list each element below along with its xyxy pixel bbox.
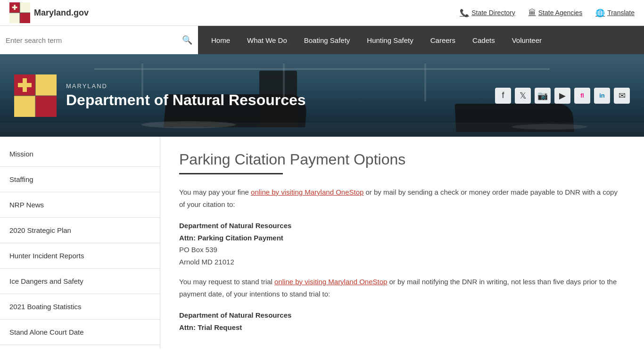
hero-logo bbox=[14, 74, 57, 117]
twitter-icon[interactable]: 𝕏 bbox=[515, 88, 531, 104]
hero-title: Department of Natural Resources bbox=[66, 91, 306, 109]
sidebar-item-hunter-incident[interactable]: Hunter Incident Reports bbox=[0, 243, 160, 269]
building-icon: 🏛 bbox=[528, 8, 536, 17]
linkedin-icon[interactable]: in bbox=[594, 88, 610, 104]
maryland-onestop-link-1[interactable]: online by visiting Maryland OneStop bbox=[251, 188, 363, 196]
page-title: Parking Citation Payment Options bbox=[179, 151, 625, 168]
nav-boating-safety[interactable]: Boating Safety bbox=[296, 26, 359, 54]
facebook-icon[interactable]: f bbox=[495, 88, 511, 104]
sidebar-item-nrp-news[interactable]: NRP News bbox=[0, 192, 160, 218]
trial-intro: You may request to stand trial online by… bbox=[179, 276, 625, 300]
logo-text: Maryland.gov bbox=[34, 8, 89, 18]
svg-rect-15 bbox=[18, 83, 32, 87]
maryland-onestop-link-2[interactable]: online by visiting Maryland OneStop bbox=[274, 278, 387, 286]
sidebar-item-mission[interactable]: Mission bbox=[0, 141, 160, 167]
logo-area[interactable]: ✚ ✚ Maryland.gov bbox=[9, 2, 89, 23]
sidebar-item-ice-dangers[interactable]: Ice Dangers and Safety bbox=[0, 269, 160, 294]
svg-rect-12 bbox=[35, 74, 57, 96]
hero-title-area: MARYLAND Department of Natural Resources bbox=[66, 82, 306, 109]
nav-bar: 🔍 Home What We Do Boating Safety Hunting… bbox=[0, 26, 644, 54]
address-attn: Attn: Parking Citation Payment bbox=[179, 232, 625, 244]
content-area: Parking Citation Payment Options You may… bbox=[160, 137, 644, 349]
mailing-address: Department of Natural Resources Attn: Pa… bbox=[179, 220, 625, 268]
hero-content: MARYLAND Department of Natural Resources bbox=[0, 74, 495, 117]
svg-rect-13 bbox=[14, 96, 35, 117]
trial-org: Department of Natural Resources bbox=[179, 309, 625, 321]
sidebar-item-staffing[interactable]: Staffing bbox=[0, 167, 160, 192]
nav-volunteer[interactable]: Volunteer bbox=[504, 26, 550, 54]
address-org: Department of Natural Resources bbox=[179, 220, 625, 232]
svg-rect-17 bbox=[39, 104, 53, 108]
top-bar: ✚ ✚ Maryland.gov 📞 State Directory 🏛 Sta… bbox=[0, 0, 644, 26]
sidebar-item-stand-alone[interactable]: Stand Alone Court Date bbox=[0, 320, 160, 345]
search-button[interactable]: 🔍 bbox=[182, 35, 192, 45]
nav-cadets[interactable]: Cadets bbox=[464, 26, 504, 54]
address-city: Arnold MD 21012 bbox=[179, 256, 625, 268]
phone-icon: 📞 bbox=[460, 8, 469, 17]
nav-what-we-do[interactable]: What We Do bbox=[239, 26, 296, 54]
nav-home[interactable]: Home bbox=[203, 26, 239, 54]
trial-attn: Attn: Trial Request bbox=[179, 321, 625, 334]
translate-link[interactable]: 🌐 Translate bbox=[595, 8, 635, 17]
search-input[interactable] bbox=[6, 36, 178, 44]
sidebar-item-boating-stats[interactable]: 2021 Boating Statistics bbox=[0, 294, 160, 320]
nav-hunting-safety[interactable]: Hunting Safety bbox=[358, 26, 421, 54]
youtube-icon[interactable]: ▶ bbox=[554, 88, 570, 104]
search-container: 🔍 bbox=[0, 26, 198, 54]
hero-social: f 𝕏 📷 ▶ fl in ✉ bbox=[495, 88, 644, 104]
svg-rect-4 bbox=[9, 13, 20, 23]
nav-items: Home What We Do Boating Safety Hunting S… bbox=[198, 26, 644, 54]
svg-text:✚: ✚ bbox=[22, 14, 28, 22]
nav-careers[interactable]: Careers bbox=[422, 26, 464, 54]
title-underline bbox=[179, 173, 283, 174]
trial-address: Department of Natural Resources Attn: Tr… bbox=[179, 309, 625, 333]
hero-subtitle: MARYLAND bbox=[66, 82, 306, 90]
top-links: 📞 State Directory 🏛 State Agencies 🌐 Tra… bbox=[460, 8, 635, 17]
svg-rect-3 bbox=[20, 2, 30, 13]
maryland-logo: ✚ ✚ bbox=[9, 2, 30, 23]
state-agencies-link[interactable]: 🏛 State Agencies bbox=[528, 8, 582, 17]
main-content: Mission Staffing NRP News 2020 Strategic… bbox=[0, 137, 644, 349]
hero-banner: MARYLAND Department of Natural Resources… bbox=[0, 54, 644, 137]
sidebar: Mission Staffing NRP News 2020 Strategic… bbox=[0, 137, 160, 349]
sidebar-item-strategic-plan[interactable]: 2020 Strategic Plan bbox=[0, 218, 160, 243]
flickr-icon[interactable]: fl bbox=[574, 88, 590, 104]
email-icon[interactable]: ✉ bbox=[614, 88, 630, 104]
payment-intro: You may pay your fine online by visiting… bbox=[179, 186, 625, 210]
instagram-icon[interactable]: 📷 bbox=[535, 88, 551, 104]
svg-text:✚: ✚ bbox=[12, 4, 17, 11]
state-directory-link[interactable]: 📞 State Directory bbox=[460, 8, 515, 17]
globe-icon: 🌐 bbox=[595, 8, 605, 17]
address-po-box: PO Box 539 bbox=[179, 244, 625, 256]
